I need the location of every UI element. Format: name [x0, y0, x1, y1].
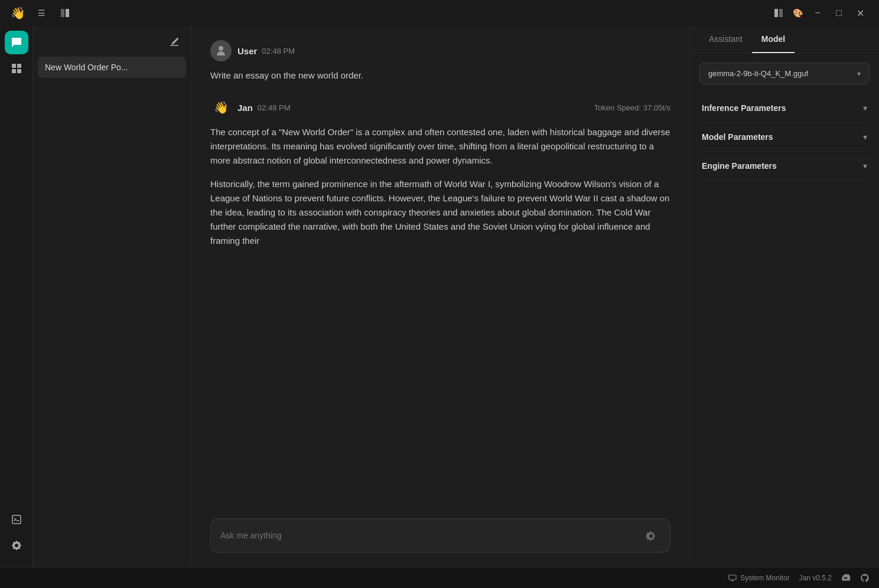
minimize-button[interactable]: −	[808, 4, 827, 22]
svg-rect-7	[17, 69, 21, 73]
titlebar-left: 👋 ☰	[9, 5, 73, 21]
system-monitor-label: System Monitor	[740, 574, 789, 582]
assistant-message-time: 02:48 PM	[258, 103, 291, 112]
right-panel: Assistant Model gemma-2-9b-it-Q4_K_M.ggu…	[690, 26, 879, 567]
discord-item[interactable]	[841, 573, 851, 583]
titlebar: 👋 ☰ 🎨 − □ ✕	[0, 0, 879, 26]
user-name: User	[237, 46, 257, 56]
svg-rect-1	[66, 9, 69, 17]
github-icon	[860, 573, 870, 583]
inference-parameters-title: Inference Parameters	[702, 103, 786, 113]
new-chat-button[interactable]	[165, 33, 184, 52]
sidebar-item-settings[interactable]	[5, 534, 28, 557]
system-monitor-item[interactable]: System Monitor	[728, 574, 789, 582]
right-panel-content: gemma-2-9b-it-Q4_K_M.gguf ▾ Inference Pa…	[690, 53, 879, 567]
message-header: User 02:48 PM	[210, 40, 670, 61]
tab-assistant[interactable]: Assistant	[699, 26, 752, 53]
svg-rect-6	[12, 69, 16, 73]
theme-button[interactable]: 🎨	[789, 5, 806, 21]
monitor-icon	[728, 574, 737, 582]
assistant-message-meta: Jan 02:48 PM Token Speed: 37.05t/s	[237, 103, 670, 113]
github-item[interactable]	[860, 573, 870, 583]
sidebar-toggle-button[interactable]	[57, 5, 73, 21]
engine-parameters-chevron-icon: ▾	[863, 161, 867, 171]
svg-rect-0	[61, 9, 64, 17]
model-selector[interactable]: gemma-2-9b-it-Q4_K_M.gguf ▾	[699, 63, 870, 84]
chat-input-area	[191, 509, 689, 567]
assistant-message-header: 👋 Jan 02:48 PM Token Speed: 37.05t/s	[210, 97, 670, 118]
svg-rect-8	[729, 575, 736, 580]
assistant-message: 👋 Jan 02:48 PM Token Speed: 37.05t/s The…	[210, 97, 670, 248]
version-item: Jan v0.5.2	[799, 574, 832, 582]
user-message-meta: User 02:48 PM	[237, 46, 670, 56]
version-label: Jan v0.5.2	[799, 574, 832, 582]
assistant-paragraph-2: Historically, the term gained prominence…	[210, 177, 670, 248]
svg-rect-9	[731, 580, 734, 582]
model-selector-chevron-icon: ▾	[857, 70, 861, 78]
discord-icon	[841, 573, 851, 583]
maximize-button[interactable]: □	[829, 4, 848, 22]
user-message: User 02:48 PM Write an essay on the new …	[210, 40, 670, 83]
assistant-message-content: The concept of a "New World Order" is a …	[210, 125, 670, 248]
model-parameters-chevron-icon: ▾	[863, 132, 867, 142]
statusbar: System Monitor Jan v0.5.2	[0, 567, 879, 588]
sidebar-right-toggle[interactable]	[770, 5, 787, 21]
user-message-content: Write an essay on the new world order.	[210, 68, 670, 83]
token-speed: Token Speed: 37.05t/s	[594, 103, 670, 112]
menu-button[interactable]: ☰	[33, 5, 50, 21]
engine-parameters-title: Engine Parameters	[702, 161, 777, 171]
inference-parameters-header[interactable]: Inference Parameters ▾	[699, 94, 870, 122]
chat-sidebar-header	[38, 31, 186, 57]
user-avatar	[210, 40, 232, 61]
model-parameters-header[interactable]: Model Parameters ▾	[699, 123, 870, 151]
model-parameters-section: Model Parameters ▾	[699, 123, 870, 152]
assistant-name: Jan	[237, 103, 253, 113]
chat-input[interactable]	[220, 531, 642, 540]
inference-parameters-section: Inference Parameters ▾	[699, 94, 870, 123]
sidebar-item-terminal[interactable]	[5, 508, 28, 531]
engine-parameters-header[interactable]: Engine Parameters ▾	[699, 152, 870, 180]
chat-input-container	[210, 518, 670, 553]
right-panel-tabs: Assistant Model	[690, 26, 879, 53]
close-button[interactable]: ✕	[851, 4, 870, 22]
chat-messages: User 02:48 PM Write an essay on the new …	[191, 26, 689, 509]
chat-sidebar: New World Order Po...	[33, 26, 191, 567]
tab-model[interactable]: Model	[752, 26, 795, 53]
chat-list-item[interactable]: New World Order Po...	[38, 57, 186, 78]
icon-sidebar	[0, 26, 33, 567]
assistant-avatar: 👋	[210, 97, 232, 118]
user-message-time: 02:48 PM	[262, 47, 295, 55]
sidebar-item-chat[interactable]	[5, 31, 28, 54]
model-parameters-title: Model Parameters	[702, 132, 773, 142]
chat-input-settings-button[interactable]	[642, 526, 660, 545]
svg-rect-2	[774, 9, 778, 17]
chat-area: User 02:48 PM Write an essay on the new …	[191, 26, 690, 567]
engine-parameters-section: Engine Parameters ▾	[699, 152, 870, 181]
model-selector-value: gemma-2-9b-it-Q4_K_M.gguf	[708, 69, 808, 78]
svg-rect-4	[12, 64, 16, 68]
sidebar-item-grid[interactable]	[5, 57, 28, 80]
assistant-paragraph-1: The concept of a "New World Order" is a …	[210, 125, 670, 168]
app-logo-icon: 👋	[9, 5, 26, 21]
svg-rect-5	[17, 64, 21, 68]
titlebar-right: 🎨 − □ ✕	[770, 4, 870, 22]
icon-sidebar-bottom	[5, 508, 28, 562]
inference-parameters-chevron-icon: ▾	[863, 103, 867, 113]
svg-rect-3	[779, 9, 783, 17]
main-layout: New World Order Po... User 02:48 PM	[0, 26, 879, 567]
